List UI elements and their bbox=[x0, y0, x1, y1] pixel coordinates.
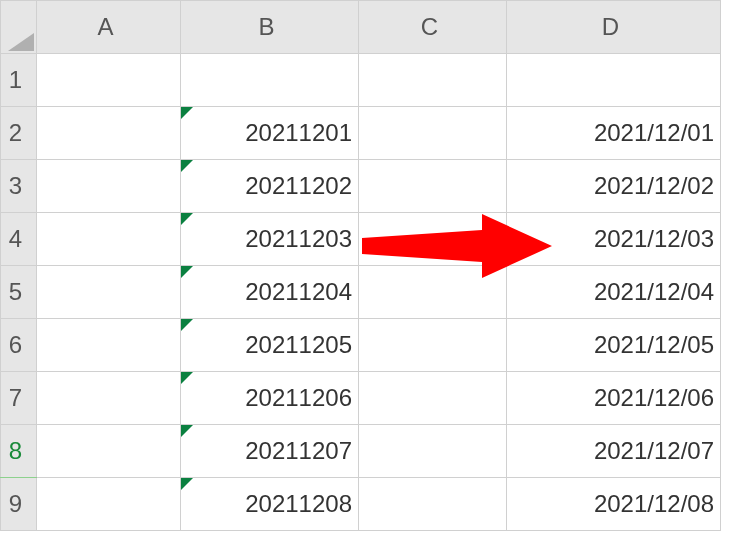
cell-C4[interactable] bbox=[359, 213, 507, 266]
cell-D3[interactable]: 2021/12/02 bbox=[507, 160, 721, 213]
cell-D9[interactable]: 2021/12/08 bbox=[507, 478, 721, 531]
col-header-A[interactable]: A bbox=[37, 1, 181, 54]
cell-C6[interactable] bbox=[359, 319, 507, 372]
row-header-1[interactable]: 1 bbox=[1, 54, 37, 107]
table-row: 3 20211202 2021/12/02 bbox=[1, 160, 721, 213]
cell-C5[interactable] bbox=[359, 266, 507, 319]
table-row: 6 20211205 2021/12/05 bbox=[1, 319, 721, 372]
row-header-8[interactable]: 8 bbox=[1, 425, 37, 478]
cell-C8[interactable] bbox=[359, 425, 507, 478]
cell-B1[interactable] bbox=[181, 54, 359, 107]
col-header-D[interactable]: D bbox=[507, 1, 721, 54]
cell-B5[interactable]: 20211204 bbox=[181, 266, 359, 319]
cell-C3[interactable] bbox=[359, 160, 507, 213]
row-header-5[interactable]: 5 bbox=[1, 266, 37, 319]
cell-D8[interactable]: 2021/12/07 bbox=[507, 425, 721, 478]
cell-A3[interactable] bbox=[37, 160, 181, 213]
column-header-row: A B C D bbox=[1, 1, 721, 54]
cell-B8[interactable]: 20211207 bbox=[181, 425, 359, 478]
row-header-9[interactable]: 9 bbox=[1, 478, 37, 531]
row-header-2[interactable]: 2 bbox=[1, 107, 37, 160]
table-row: 7 20211206 2021/12/06 bbox=[1, 372, 721, 425]
cell-D2[interactable]: 2021/12/01 bbox=[507, 107, 721, 160]
col-header-C[interactable]: C bbox=[359, 1, 507, 54]
table-row: 8 20211207 2021/12/07 bbox=[1, 425, 721, 478]
cell-B9[interactable]: 20211208 bbox=[181, 478, 359, 531]
cell-A7[interactable] bbox=[37, 372, 181, 425]
cell-B3[interactable]: 20211202 bbox=[181, 160, 359, 213]
cell-D1[interactable] bbox=[507, 54, 721, 107]
cell-A1[interactable] bbox=[37, 54, 181, 107]
row-header-3[interactable]: 3 bbox=[1, 160, 37, 213]
cell-C9[interactable] bbox=[359, 478, 507, 531]
select-all-corner[interactable] bbox=[1, 1, 37, 54]
cell-A5[interactable] bbox=[37, 266, 181, 319]
cell-B6[interactable]: 20211205 bbox=[181, 319, 359, 372]
cell-A9[interactable] bbox=[37, 478, 181, 531]
table-row: 9 20211208 2021/12/08 bbox=[1, 478, 721, 531]
cell-A2[interactable] bbox=[37, 107, 181, 160]
table-row: 4 20211203 2021/12/03 bbox=[1, 213, 721, 266]
cell-D4[interactable]: 2021/12/03 bbox=[507, 213, 721, 266]
row-header-6[interactable]: 6 bbox=[1, 319, 37, 372]
cell-D5[interactable]: 2021/12/04 bbox=[507, 266, 721, 319]
table-row: 2 20211201 2021/12/01 bbox=[1, 107, 721, 160]
cell-B7[interactable]: 20211206 bbox=[181, 372, 359, 425]
table-row: 5 20211204 2021/12/04 bbox=[1, 266, 721, 319]
row-header-4[interactable]: 4 bbox=[1, 213, 37, 266]
spreadsheet-grid: A B C D 1 2 20211201 2021/12/01 3 202112… bbox=[0, 0, 721, 531]
cell-C7[interactable] bbox=[359, 372, 507, 425]
cell-D6[interactable]: 2021/12/05 bbox=[507, 319, 721, 372]
cell-B2[interactable]: 20211201 bbox=[181, 107, 359, 160]
cell-A8[interactable] bbox=[37, 425, 181, 478]
cell-C1[interactable] bbox=[359, 54, 507, 107]
cell-A4[interactable] bbox=[37, 213, 181, 266]
table-row: 1 bbox=[1, 54, 721, 107]
cell-C2[interactable] bbox=[359, 107, 507, 160]
row-header-7[interactable]: 7 bbox=[1, 372, 37, 425]
col-header-B[interactable]: B bbox=[181, 1, 359, 54]
cell-B4[interactable]: 20211203 bbox=[181, 213, 359, 266]
cell-A6[interactable] bbox=[37, 319, 181, 372]
cell-D7[interactable]: 2021/12/06 bbox=[507, 372, 721, 425]
